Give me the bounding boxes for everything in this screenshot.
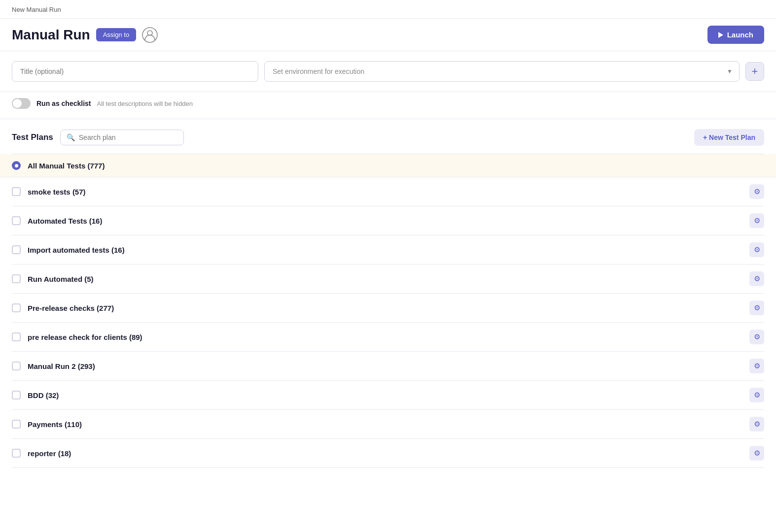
- title-input[interactable]: [12, 61, 258, 82]
- plan-checkbox[interactable]: [12, 187, 21, 196]
- plan-settings-button[interactable]: ⚙: [749, 417, 764, 432]
- plan-settings-button[interactable]: ⚙: [749, 271, 764, 286]
- assign-button[interactable]: Assign to: [96, 28, 136, 41]
- header-row: Manual Run Assign to Launch: [0, 19, 776, 51]
- plan-item[interactable]: Import automated tests (16)⚙: [12, 235, 764, 265]
- plan-checkbox[interactable]: [12, 332, 21, 341]
- checklist-toggle[interactable]: [12, 98, 31, 109]
- breadcrumb: New Manual Run: [12, 6, 764, 13]
- plan-settings-button[interactable]: ⚙: [749, 446, 764, 461]
- plan-item[interactable]: Payments (110)⚙: [12, 410, 764, 439]
- plan-name: Manual Run 2 (293): [28, 362, 742, 370]
- plan-settings-button[interactable]: ⚙: [749, 300, 764, 315]
- play-icon: [718, 32, 723, 38]
- plan-checkbox[interactable]: [12, 449, 21, 458]
- plan-settings-button[interactable]: ⚙: [749, 242, 764, 257]
- top-bar: New Manual Run: [0, 0, 776, 19]
- launch-label: Launch: [727, 31, 753, 39]
- plan-settings-button[interactable]: ⚙: [749, 330, 764, 344]
- plans-header-left: Test Plans 🔍: [12, 130, 184, 145]
- plan-name: Import automated tests (16): [28, 246, 742, 254]
- plan-checkbox[interactable]: [12, 245, 21, 254]
- plan-item[interactable]: smoke tests (57)⚙: [12, 177, 764, 206]
- plan-name: pre release check for clients (89): [28, 333, 742, 341]
- add-env-button[interactable]: +: [745, 62, 764, 81]
- new-test-plan-button[interactable]: + New Test Plan: [694, 129, 764, 146]
- plan-item[interactable]: pre release check for clients (89)⚙: [12, 323, 764, 352]
- search-input[interactable]: [79, 133, 177, 141]
- form-section: Set environment for execution ▼ +: [0, 51, 776, 92]
- search-icon: 🔍: [67, 133, 75, 141]
- plan-radio-selected[interactable]: [12, 161, 21, 170]
- plan-name: Payments (110): [28, 420, 742, 429]
- plan-checkbox[interactable]: [12, 391, 21, 399]
- plan-item[interactable]: reporter (18)⚙: [12, 439, 764, 468]
- plan-list: All Manual Tests (777)smoke tests (57)⚙A…: [12, 154, 764, 468]
- plans-header: Test Plans 🔍 + New Test Plan: [12, 129, 764, 146]
- plan-name: reporter (18): [28, 449, 742, 458]
- plans-section: Test Plans 🔍 + New Test Plan All Manual …: [0, 119, 776, 468]
- env-select-wrapper: Set environment for execution ▼: [264, 61, 740, 82]
- plan-name: Pre-release checks (277): [28, 304, 742, 312]
- launch-button[interactable]: Launch: [707, 26, 764, 44]
- plan-item[interactable]: All Manual Tests (777): [0, 154, 776, 177]
- plan-item[interactable]: Pre-release checks (277)⚙: [12, 294, 764, 323]
- page-title: Manual Run: [12, 27, 90, 43]
- avatar-icon: [142, 27, 158, 43]
- checklist-label: Run as checklist: [36, 100, 91, 107]
- plan-name: Automated Tests (16): [28, 217, 742, 225]
- plan-item[interactable]: Automated Tests (16)⚙: [12, 206, 764, 235]
- plan-settings-button[interactable]: ⚙: [749, 184, 764, 199]
- plan-checkbox[interactable]: [12, 303, 21, 312]
- env-select[interactable]: Set environment for execution: [264, 61, 740, 82]
- search-box: 🔍: [60, 130, 184, 145]
- plans-title: Test Plans: [12, 133, 53, 142]
- plan-item[interactable]: BDD (32)⚙: [12, 381, 764, 410]
- plan-name: smoke tests (57): [28, 188, 742, 196]
- plan-name: Run Automated (5): [28, 275, 742, 283]
- plan-name: All Manual Tests (777): [28, 162, 764, 170]
- header-left: Manual Run Assign to: [12, 27, 158, 43]
- checklist-description: All test descriptions will be hidden: [97, 100, 193, 107]
- plan-checkbox[interactable]: [12, 420, 21, 429]
- plan-settings-button[interactable]: ⚙: [749, 213, 764, 228]
- plan-item[interactable]: Run Automated (5)⚙: [12, 265, 764, 294]
- plan-checkbox[interactable]: [12, 362, 21, 370]
- plan-checkbox[interactable]: [12, 274, 21, 283]
- plan-item[interactable]: Manual Run 2 (293)⚙: [12, 352, 764, 381]
- plan-settings-button[interactable]: ⚙: [749, 359, 764, 373]
- plan-settings-button[interactable]: ⚙: [749, 388, 764, 402]
- checklist-row: Run as checklist All test descriptions w…: [0, 92, 776, 119]
- plan-name: BDD (32): [28, 391, 742, 399]
- plan-checkbox[interactable]: [12, 216, 21, 225]
